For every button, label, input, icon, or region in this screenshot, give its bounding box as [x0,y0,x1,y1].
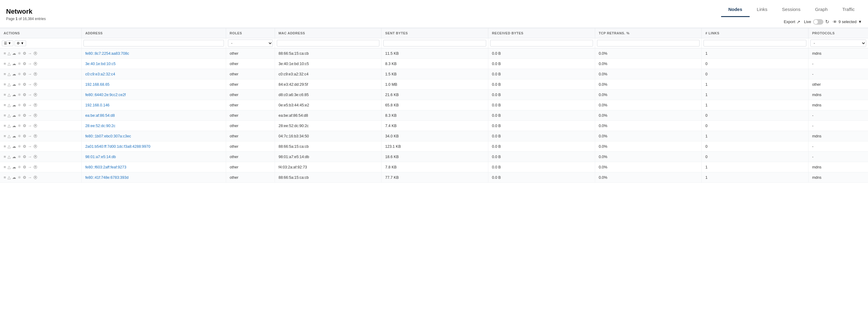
filter-roles-select[interactable]: - other client server [228,39,273,47]
alert-icon[interactable]: △ [8,155,11,159]
arrow-icon[interactable]: → [28,165,32,169]
arrow-icon[interactable]: → [28,144,32,149]
bolt-icon[interactable]: ⚛ [18,175,21,180]
alert-icon[interactable]: △ [8,51,11,56]
arrow-icon[interactable]: → [28,82,32,87]
bolt-icon[interactable]: ⚛ [18,113,21,118]
gear-icon[interactable]: ⚙ [23,123,26,128]
filter-recv-input[interactable] [490,40,593,47]
cloud-icon[interactable]: ☁ [12,61,16,66]
filter-address-input[interactable] [84,40,224,47]
live-toggle-switch[interactable] [813,19,824,25]
arrow-icon[interactable]: → [28,103,32,107]
address-link[interactable]: 98:01:a7:e5:14:db [85,155,116,159]
filter-row-icon[interactable]: ≡ [4,61,6,66]
address-link[interactable]: c0:c9:e3:a2:32:c4 [85,72,115,76]
filter-row-icon[interactable]: ≡ [4,155,6,159]
compass-icon[interactable]: ⦿ [33,61,37,66]
gear-icon[interactable]: ⚙ [23,144,26,149]
arrow-icon[interactable]: → [28,175,32,180]
alert-icon[interactable]: △ [8,82,11,87]
arrow-icon[interactable]: → [28,61,32,66]
tab-graph[interactable]: Graph [808,4,835,17]
cloud-icon[interactable]: ☁ [12,82,16,87]
alert-icon[interactable]: △ [8,103,11,107]
gear-icon[interactable]: ⚙ [23,155,26,159]
cloud-icon[interactable]: ☁ [12,155,16,159]
address-link[interactable]: fe80::1b07:ebc0:307a:c3ec [85,134,131,138]
filter-row-icon[interactable]: ≡ [4,165,6,169]
compass-icon[interactable]: ⦿ [33,82,37,87]
gear-icon[interactable]: ⚙ [23,113,26,118]
tab-links[interactable]: Links [750,4,775,17]
gear-icon[interactable]: ⚙ [23,51,26,56]
bolt-icon[interactable]: ⚛ [18,92,21,97]
tab-traffic[interactable]: Traffic [835,4,862,17]
cloud-icon[interactable]: ☁ [12,144,16,149]
cloud-icon[interactable]: ☁ [12,72,16,76]
gear-icon[interactable]: ⚙ [23,82,26,87]
cloud-icon[interactable]: ☁ [12,113,16,118]
filter-protocols-select[interactable]: - mdns other [810,39,866,47]
compass-icon[interactable]: ⦿ [33,155,37,159]
gear-icon[interactable]: ⚙ [23,72,26,76]
address-link[interactable]: fe80::f603:2aff:feaf:9273 [85,165,126,169]
filter-row-icon[interactable]: ≡ [4,175,6,180]
bolt-icon[interactable]: ⚛ [18,123,21,128]
compass-icon[interactable]: ⦿ [33,51,37,56]
compass-icon[interactable]: ⦿ [33,175,37,180]
alert-icon[interactable]: △ [8,72,11,76]
alert-icon[interactable]: △ [8,61,11,66]
arrow-icon[interactable]: → [28,72,32,76]
address-link[interactable]: ea:be:af:86:54:d8 [85,113,115,118]
filter-sent-input[interactable] [383,40,486,47]
arrow-icon[interactable]: → [28,123,32,128]
alert-icon[interactable]: △ [8,175,11,180]
compass-icon[interactable]: ⦿ [33,113,37,118]
bolt-icon[interactable]: ⚛ [18,165,21,169]
arrow-icon[interactable]: → [28,113,32,118]
compass-icon[interactable]: ⦿ [33,134,37,138]
cloud-icon[interactable]: ☁ [12,175,16,180]
address-link[interactable]: 3e:40:1e:bd:10:c5 [85,62,116,66]
alert-icon[interactable]: △ [8,113,11,118]
compass-icon[interactable]: ⦿ [33,144,37,149]
compass-icon[interactable]: ⦿ [33,123,37,128]
alert-icon[interactable]: △ [8,123,11,128]
bolt-icon[interactable]: ⚛ [18,72,21,76]
filter-row-icon[interactable]: ≡ [4,144,6,149]
filter-row-icon[interactable]: ≡ [4,82,6,87]
bolt-icon[interactable]: ⚛ [18,82,21,87]
filter-mac-input[interactable] [277,40,380,47]
filter-row-icon[interactable]: ≡ [4,92,6,97]
address-link[interactable]: fe80::6440:2e:9cc2:ce2f [85,93,126,97]
export-button[interactable]: Export ↗ [784,20,800,24]
gear-icon[interactable]: ⚙ [23,134,26,138]
cloud-icon[interactable]: ☁ [12,51,16,56]
filter-links-input[interactable] [704,40,806,47]
gear-icon[interactable]: ⚙ [23,175,26,180]
gear-icon[interactable]: ⚙ [23,103,26,107]
cloud-icon[interactable]: ☁ [12,103,16,107]
address-link[interactable]: 192.168.68.65 [85,82,110,87]
bolt-icon[interactable]: ⚛ [18,61,21,66]
alert-icon[interactable]: △ [8,144,11,149]
settings-menu-button[interactable]: ⚙ ▼ [14,40,26,46]
bolt-icon[interactable]: ⚛ [18,134,21,138]
arrow-icon[interactable]: → [28,51,32,56]
bolt-icon[interactable]: ⚛ [18,103,21,107]
address-link[interactable]: fe80::41f:748e:6783:393d [85,175,129,180]
address-link[interactable]: 28:ee:52:dc:90:2c [85,124,115,128]
cloud-icon[interactable]: ☁ [12,92,16,97]
tab-nodes[interactable]: Nodes [721,4,750,17]
compass-icon[interactable]: ⦿ [33,165,37,169]
filter-row-icon[interactable]: ≡ [4,51,6,56]
refresh-icon[interactable]: ↻ [825,19,829,25]
filter-row-icon[interactable]: ≡ [4,134,6,138]
address-link[interactable]: 2a01:b540:ff:7d00:1dc:f3a8:4288:9970 [85,144,151,149]
selected-badge[interactable]: 👁 9 selected ▼ [833,20,862,24]
address-link[interactable]: fe80::8c7:2254:aa83:708c [85,51,129,56]
arrow-icon[interactable]: → [28,92,32,97]
cloud-icon[interactable]: ☁ [12,134,16,138]
alert-icon[interactable]: △ [8,92,11,97]
